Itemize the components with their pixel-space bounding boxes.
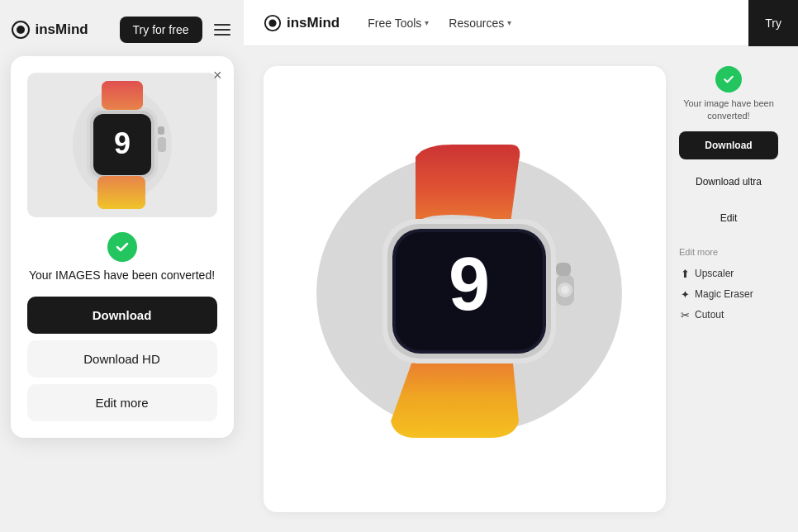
svg-rect-9 — [158, 137, 166, 152]
right-logo-area: insMind — [264, 14, 340, 32]
sidebar-check-icon — [722, 73, 735, 86]
magic-eraser-label: Magic Eraser — [695, 288, 753, 300]
edit-more-section: Edit more ⬆ Upscaler ✦ Magic Eraser ✂ Cu… — [679, 247, 778, 325]
sidebar-download-ultra-button[interactable]: Download ultra — [679, 168, 778, 196]
hamburger-line-3 — [214, 34, 230, 36]
svg-rect-12 — [97, 176, 145, 209]
right-logo-icon — [264, 14, 282, 32]
edit-more-button[interactable]: Edit more — [27, 384, 217, 421]
edit-more-section-label: Edit more — [679, 247, 778, 257]
cutout-option[interactable]: ✂ Cutout — [679, 305, 778, 325]
resources-chevron: ▾ — [507, 18, 511, 27]
left-logo-area: insMind — [11, 20, 88, 40]
close-button[interactable]: × — [213, 68, 222, 83]
free-tools-label: Free Tools — [368, 17, 421, 30]
check-icon — [114, 239, 131, 255]
watch-image-small: 9 — [69, 81, 176, 209]
success-area: Your IMAGES have been converted! — [27, 232, 217, 282]
left-nav-right: Try for free — [120, 17, 234, 43]
svg-point-14 — [268, 19, 276, 26]
right-panel: insMind Free Tools ▾ Resources ▾ Try — [244, 0, 798, 532]
svg-rect-11 — [102, 81, 143, 110]
check-circle — [107, 232, 137, 262]
right-sidebar: Your image have been converted! Download… — [679, 66, 778, 512]
left-panel: insMind Try for free × — [0, 0, 244, 532]
cutout-label: Cutout — [695, 309, 724, 321]
right-content: 9 — [244, 46, 798, 532]
left-logo-text: insMind — [36, 21, 88, 38]
main-image-area: 9 — [264, 66, 666, 512]
sidebar-edit-button[interactable]: Edit — [679, 204, 778, 232]
svg-point-24 — [561, 286, 569, 294]
nav-resources[interactable]: Resources ▾ — [440, 12, 520, 35]
upscaler-icon: ⬆ — [681, 268, 690, 280]
modal-card: × 9 — [11, 56, 234, 438]
download-hd-button[interactable]: Download HD — [27, 340, 217, 378]
left-try-button[interactable]: Try for free — [120, 17, 202, 43]
svg-rect-22 — [556, 263, 571, 276]
sidebar-check-circle — [715, 66, 742, 93]
hamburger-line-2 — [214, 29, 230, 31]
sidebar-converted-text: Your image have been converted! — [679, 97, 778, 123]
watch-image-container: 9 — [27, 73, 217, 217]
upscaler-option[interactable]: ⬆ Upscaler — [679, 264, 778, 284]
upscaler-label: Upscaler — [695, 268, 734, 279]
svg-text:9: 9 — [113, 126, 130, 160]
svg-point-1 — [17, 26, 25, 34]
hamburger-button[interactable] — [211, 21, 234, 39]
watch-image-large: 9 — [308, 140, 622, 438]
right-navbar: insMind Free Tools ▾ Resources ▾ Try — [244, 0, 798, 46]
download-button[interactable]: Download — [27, 297, 217, 334]
free-tools-chevron: ▾ — [425, 18, 429, 27]
page-wrapper: insMind Try for free × — [0, 0, 798, 532]
logo-icon — [11, 20, 31, 40]
sidebar-download-button[interactable]: Download — [679, 131, 778, 159]
hamburger-line-1 — [214, 24, 230, 26]
svg-rect-10 — [158, 126, 164, 135]
right-logo-text: insMind — [287, 15, 340, 31]
nav-links: Free Tools ▾ Resources ▾ — [359, 12, 520, 35]
left-navbar: insMind Try for free — [11, 17, 234, 43]
magic-eraser-icon: ✦ — [681, 288, 690, 301]
success-text: Your IMAGES have been converted! — [29, 268, 215, 282]
svg-text:9: 9 — [448, 243, 489, 325]
right-try-button[interactable]: Try — [748, 0, 798, 46]
cutout-icon: ✂ — [681, 309, 690, 321]
resources-label: Resources — [449, 17, 504, 30]
magic-eraser-option[interactable]: ✦ Magic Eraser — [679, 284, 778, 305]
nav-free-tools[interactable]: Free Tools ▾ — [359, 12, 437, 35]
sidebar-top: Your image have been converted! — [679, 66, 778, 123]
